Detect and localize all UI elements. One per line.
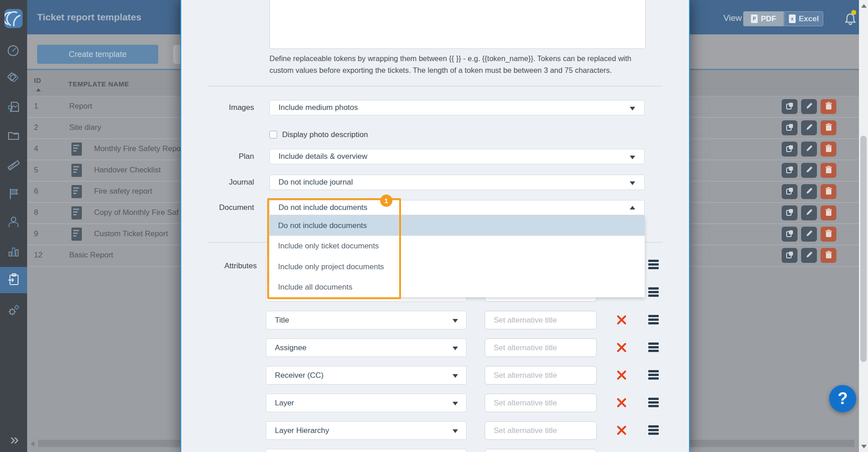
trash-icon	[825, 208, 832, 218]
document-option[interactable]: Do not include documents	[269, 215, 645, 236]
edit-template-button[interactable]	[801, 142, 817, 157]
edit-template-button[interactable]	[801, 99, 817, 114]
column-header-template-name[interactable]: TEMPLATE NAME	[68, 80, 129, 88]
gauge-icon	[7, 44, 20, 59]
copy-icon	[786, 187, 794, 196]
sidebar-item-settings[interactable]	[0, 298, 27, 324]
display-photo-description-label: Display photo description	[282, 130, 368, 139]
section-divider	[207, 86, 663, 86]
column-header-id[interactable]: ID	[34, 76, 41, 84]
duplicate-template-button[interactable]	[782, 120, 797, 135]
drag-handle-icon[interactable]	[648, 287, 659, 299]
delete-template-button[interactable]	[821, 163, 836, 178]
remove-attribute-button[interactable]	[616, 425, 627, 436]
edit-template-button[interactable]	[801, 163, 817, 178]
edit-template-button[interactable]	[801, 227, 817, 242]
sidebar-item-dashboard[interactable]	[0, 38, 27, 65]
attribute-select[interactable]	[266, 449, 467, 452]
trash-icon	[825, 229, 832, 239]
sidebar-item-tags[interactable]	[0, 66, 27, 92]
duplicate-template-button[interactable]	[782, 248, 797, 263]
sidebar-item-ticket-reports[interactable]	[0, 267, 27, 293]
sidebar-item-plans[interactable]	[0, 181, 27, 208]
edit-template-button[interactable]	[801, 184, 817, 199]
sidebar-expand-chevrons-icon[interactable]: »	[0, 430, 27, 450]
alternative-title-input[interactable]	[485, 366, 597, 385]
vertical-scrollbar[interactable]	[859, 0, 868, 452]
sidebar-item-projects[interactable]	[0, 124, 27, 150]
attribute-select-value: Receiver (CC)	[275, 371, 324, 380]
edit-template-button[interactable]	[801, 248, 817, 263]
delete-template-button[interactable]	[821, 99, 836, 114]
delete-template-button[interactable]	[821, 205, 836, 220]
template-name: Copy of Monthly Fire Saf	[94, 208, 179, 217]
create-template-button[interactable]: Create template	[37, 45, 158, 64]
document-option[interactable]: Include only ticket documents	[269, 236, 645, 256]
excel-button-label: Excel	[799, 14, 819, 24]
attribute-select[interactable]: Title	[266, 311, 467, 329]
sort-ascending-icon[interactable]	[36, 88, 41, 91]
duplicate-template-button[interactable]	[782, 99, 797, 114]
drag-handle-icon[interactable]	[648, 314, 659, 326]
attribute-select-value: Title	[275, 316, 289, 324]
scroll-left-arrow[interactable]	[31, 441, 34, 447]
pencil-icon	[805, 166, 813, 175]
duplicate-template-button[interactable]	[782, 184, 797, 199]
edit-template-button[interactable]	[801, 205, 817, 220]
sidebar-item-users[interactable]	[0, 210, 27, 236]
scroll-up-arrow[interactable]	[861, 4, 867, 8]
help-button[interactable]: ?	[829, 385, 856, 412]
attribute-row: Layer Hierarchy	[181, 421, 689, 440]
remove-attribute-button[interactable]	[616, 343, 627, 353]
sidebar-item-measurements[interactable]	[0, 152, 27, 179]
duplicate-template-button[interactable]	[782, 142, 797, 157]
scroll-down-arrow[interactable]	[861, 445, 867, 448]
delete-template-button[interactable]	[821, 248, 836, 263]
document-select[interactable]: Do not include documents	[269, 200, 645, 215]
attribute-select[interactable]: Layer	[266, 394, 467, 412]
plan-select[interactable]: Include details & overview	[269, 149, 645, 164]
drag-handle-icon[interactable]	[648, 342, 659, 354]
sidebar-item-statistics[interactable]	[0, 239, 27, 265]
alternative-title-input[interactable]	[485, 338, 597, 357]
journal-select[interactable]: Do not include journal	[269, 175, 645, 190]
app-logo[interactable]	[5, 9, 23, 28]
delete-template-button[interactable]	[821, 184, 836, 199]
attribute-select[interactable]: Layer Hierarchy	[266, 421, 467, 440]
drag-handle-icon[interactable]	[648, 370, 659, 381]
ruler-icon	[7, 158, 20, 173]
drag-handle-icon[interactable]	[648, 259, 659, 271]
vertical-scrollbar-thumb[interactable]	[860, 136, 867, 362]
drag-handle-icon[interactable]	[648, 397, 659, 409]
duplicate-template-button[interactable]	[782, 205, 797, 220]
alternative-title-input[interactable]	[485, 311, 597, 329]
delete-template-button[interactable]	[821, 227, 836, 242]
drag-handle-icon[interactable]	[648, 425, 659, 437]
remove-attribute-button[interactable]	[616, 315, 627, 326]
display-photo-description-checkbox[interactable]	[269, 131, 277, 138]
view-pdf-button[interactable]: P PDF	[743, 11, 784, 26]
document-option[interactable]: Include only project documents	[269, 257, 645, 277]
alternative-title-input[interactable]	[485, 394, 597, 412]
duplicate-template-button[interactable]	[782, 227, 797, 242]
attribute-row: Receiver (CC)	[181, 366, 689, 385]
sidebar-item-reports[interactable]	[0, 95, 27, 121]
view-excel-button[interactable]: x Excel	[784, 11, 823, 26]
tokens-textarea[interactable]	[269, 0, 646, 49]
attribute-select[interactable]: Receiver (CC)	[266, 366, 467, 385]
delete-template-button[interactable]	[821, 142, 836, 157]
document-option[interactable]: Include all documents	[269, 277, 645, 297]
chevron-up-icon	[630, 206, 635, 209]
images-select[interactable]: Include medium photos	[269, 100, 645, 115]
remove-attribute-button[interactable]	[616, 370, 627, 381]
attribute-select[interactable]: Assignee	[266, 338, 467, 357]
alternative-title-input[interactable]	[485, 449, 597, 452]
remove-attribute-button[interactable]	[616, 398, 627, 409]
alternative-title-input[interactable]	[485, 421, 597, 440]
delete-template-button[interactable]	[821, 120, 836, 135]
images-select-value: Include medium photos	[278, 103, 358, 112]
duplicate-template-button[interactable]	[782, 163, 797, 178]
document-select-value: Do not include documents	[278, 203, 368, 212]
edit-template-button[interactable]	[801, 120, 817, 135]
copy-icon	[786, 251, 794, 260]
